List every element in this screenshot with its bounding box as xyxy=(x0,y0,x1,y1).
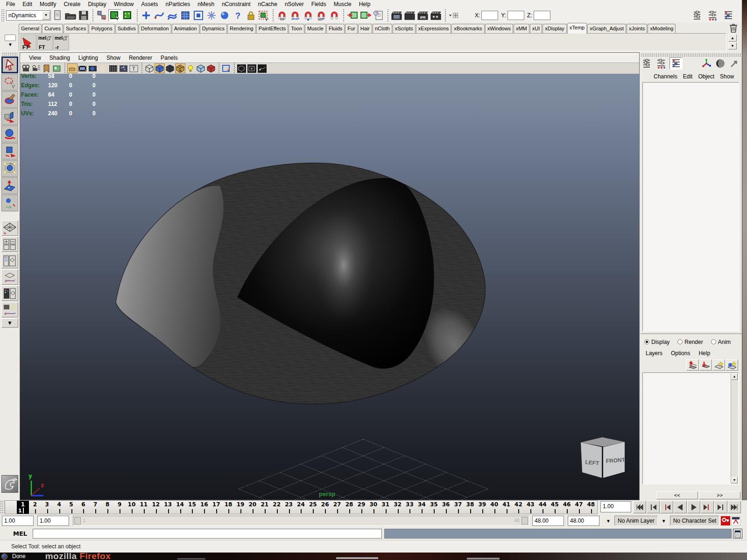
scroll-up-icon[interactable]: ▲ xyxy=(728,35,737,42)
panel-menu-item[interactable]: Panels xyxy=(156,54,182,62)
layer-mode-radio-render[interactable]: Render xyxy=(677,339,703,345)
menu-item[interactable]: nConstraint xyxy=(218,0,254,8)
timeline-frame-28[interactable]: 28 xyxy=(343,501,355,514)
film-gate-icon[interactable] xyxy=(78,63,88,73)
step-back-frame-icon[interactable] xyxy=(660,501,673,513)
open-scene-icon[interactable] xyxy=(64,9,77,21)
panel-menu-item[interactable]: View xyxy=(25,54,45,62)
viewport-3d-canvas[interactable]: y z persp LEFT FRONT Verts:5800Edges xyxy=(20,74,639,500)
channel-box-menu-item[interactable]: Object xyxy=(695,72,717,81)
xyz-manipulator-icon[interactable] xyxy=(700,57,713,70)
lasso-select-tool[interactable] xyxy=(1,74,18,91)
set-key-icon[interactable] xyxy=(720,516,731,526)
select-object-icon[interactable] xyxy=(108,9,121,21)
mask-curves-icon[interactable] xyxy=(153,9,166,21)
timeline-frame-47[interactable]: 47 xyxy=(573,501,585,514)
shelf-tab[interactable]: xDisplay xyxy=(543,24,567,34)
timeline-frame-37[interactable]: 37 xyxy=(452,501,464,514)
move-tool[interactable] xyxy=(1,108,18,125)
four-pane-layout[interactable] xyxy=(1,237,18,252)
shelf-tab[interactable]: Subdivs xyxy=(115,24,138,34)
panel-menu-item[interactable]: Renderer xyxy=(125,54,156,62)
field-chart-icon[interactable]: T xyxy=(129,63,139,73)
timeline-frame-20[interactable]: 20 xyxy=(247,501,259,514)
persp-outliner-graph-layout[interactable] xyxy=(1,302,18,317)
time-slider-grip[interactable] xyxy=(0,500,5,514)
timeline-frame-48[interactable]: 48 xyxy=(585,501,597,514)
timeline-frame-2[interactable]: 2 xyxy=(29,501,41,514)
menu-item[interactable]: File xyxy=(2,0,19,8)
chevron-down-icon[interactable]: ▼ xyxy=(3,42,18,47)
firefox-icon[interactable] xyxy=(1,553,7,560)
scroll-down-icon[interactable]: ▼ xyxy=(731,477,738,483)
render-settings-icon[interactable] xyxy=(430,9,443,21)
select-arrow-icon[interactable] xyxy=(728,57,741,70)
playback-start-field[interactable]: 1.00 xyxy=(37,516,69,526)
menu-item[interactable]: Assets xyxy=(137,0,162,8)
playback-speed-field[interactable]: 1.00 xyxy=(600,501,631,512)
animation-end-field[interactable]: 48.00 xyxy=(568,516,599,526)
new-layer-selected-icon[interactable] xyxy=(726,359,738,371)
mask-help-icon[interactable]: ? xyxy=(231,9,244,21)
shelf-tab[interactable]: xWindows xyxy=(485,24,513,34)
shelf-tab[interactable]: Rendering xyxy=(227,24,256,34)
channel-box-menu-item[interactable]: Show xyxy=(717,72,737,81)
timeline-frame-33[interactable]: 33 xyxy=(404,501,416,514)
time-slider-track[interactable]: 1234567891011121314151617181920212223242… xyxy=(17,500,598,514)
timeline-frame-36[interactable]: 36 xyxy=(440,501,452,514)
channel-box-menu-item[interactable]: Edit xyxy=(680,72,696,81)
timeline-frame-21[interactable]: 21 xyxy=(259,501,271,514)
timeline-frame-24[interactable]: 24 xyxy=(295,501,307,514)
timeline-frame-23[interactable]: 23 xyxy=(283,501,295,514)
timeline-frame-3[interactable]: 3 xyxy=(41,501,53,514)
timeline-frame-34[interactable]: 34 xyxy=(416,501,428,514)
safe-action-icon[interactable] xyxy=(108,63,119,73)
shelf-tab[interactable]: General xyxy=(19,24,42,34)
menu-item[interactable]: Window xyxy=(110,0,138,8)
hypershade-persp-layout[interactable] xyxy=(1,286,18,301)
resolution-gate-icon[interactable] xyxy=(88,63,98,73)
go-to-start-icon[interactable] xyxy=(633,501,646,513)
safe-title-icon[interactable] xyxy=(119,63,129,73)
shelf-collapse-control[interactable]: ▼ xyxy=(3,34,18,50)
timeline-frame-32[interactable]: 32 xyxy=(392,501,404,514)
scroll-down-icon[interactable]: ▼ xyxy=(728,42,737,49)
panel-menu-item[interactable]: Lighting xyxy=(74,54,102,62)
timeline-frame-1[interactable]: 1 xyxy=(17,501,29,514)
shelf-tab[interactable]: nCloth xyxy=(373,24,392,34)
timeline-frame-22[interactable]: 22 xyxy=(271,501,283,514)
shelf-tab[interactable]: Polygons xyxy=(89,24,114,34)
mask-misc-icon[interactable] xyxy=(218,9,231,21)
y-coord-input[interactable] xyxy=(507,11,524,20)
menu-item[interactable]: nMesh xyxy=(194,0,218,8)
layer-move-down-icon[interactable] xyxy=(699,359,712,371)
render-current-icon[interactable] xyxy=(403,9,416,21)
select-hierarchy-icon[interactable] xyxy=(95,9,108,21)
mask-dynamics-icon[interactable] xyxy=(192,9,205,21)
menu-item[interactable]: nSolver xyxy=(281,0,308,8)
timeline-frame-6[interactable]: 6 xyxy=(77,501,89,514)
selection-field-mode-icon[interactable] xyxy=(448,9,461,21)
channel-box-menu-item[interactable]: Channels xyxy=(651,72,680,81)
shelf-tab[interactable]: PaintEffects xyxy=(256,24,289,34)
universal-manipulator-tool[interactable] xyxy=(1,160,18,177)
chevron-down-icon[interactable]: ▼ xyxy=(603,516,613,526)
soft-modification-tool[interactable] xyxy=(1,177,18,194)
timeline-frame-15[interactable]: 15 xyxy=(186,501,198,514)
chevron-down-icon[interactable]: ▼ xyxy=(659,516,669,526)
trash-icon[interactable] xyxy=(729,23,739,33)
render-view-icon[interactable] xyxy=(390,9,403,21)
timeline-frame-14[interactable]: 14 xyxy=(174,501,186,514)
image-plane-icon[interactable] xyxy=(52,63,62,73)
rotate-tool[interactable] xyxy=(1,126,18,142)
layout-more-button[interactable]: ▼ xyxy=(1,318,18,328)
range-slider-handle[interactable] xyxy=(74,517,81,525)
step-back-key-icon[interactable] xyxy=(647,501,660,513)
shelf-tab[interactable]: xBookmarks xyxy=(451,24,485,34)
mel-shelf-icon[interactable]: melFT xyxy=(37,35,53,50)
attribute-editor-icon[interactable] xyxy=(692,9,705,21)
snap-point-icon[interactable] xyxy=(302,9,315,21)
lock-icon[interactable] xyxy=(244,9,257,21)
mask-rendering-icon[interactable] xyxy=(205,9,218,21)
shelf-tab[interactable]: xJoints xyxy=(627,24,647,34)
